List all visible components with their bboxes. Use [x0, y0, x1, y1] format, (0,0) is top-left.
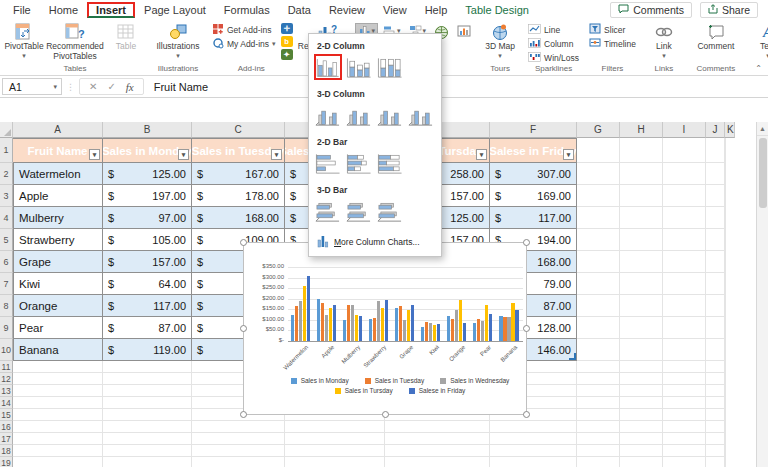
cell-K8[interactable] [725, 295, 726, 317]
cell-A17[interactable] [13, 433, 103, 445]
row-header-7[interactable]: 7 [0, 273, 13, 295]
cell-H14[interactable] [620, 397, 663, 409]
addin-app-icon-2[interactable]: b [281, 36, 293, 47]
cell-A12[interactable] [13, 373, 103, 385]
cell-K18[interactable] [725, 445, 726, 457]
formula-input[interactable]: Fruit Name [144, 81, 768, 93]
cell-H10[interactable] [620, 339, 663, 361]
chart-bar[interactable] [421, 327, 424, 341]
chart-bar[interactable] [425, 322, 428, 341]
cell-A13[interactable] [13, 385, 103, 397]
cell-H17[interactable] [620, 433, 663, 445]
chart-bar[interactable] [455, 310, 458, 341]
name-box[interactable]: A1 ▾ [2, 78, 62, 95]
cell-B19[interactable] [103, 457, 192, 467]
legend-item[interactable]: Sales in Monday [291, 377, 349, 384]
cell-D18[interactable] [285, 445, 385, 457]
chart-option-100-stacked-column[interactable] [376, 54, 404, 80]
cell-B2[interactable]: $125.00 [103, 163, 192, 185]
cell-I17[interactable] [663, 433, 706, 445]
cell-F2[interactable]: $307.00 [490, 163, 577, 185]
cell-K6[interactable] [725, 251, 726, 273]
cell-I13[interactable] [663, 385, 706, 397]
chart-option-100-stacked-bar[interactable] [376, 150, 404, 176]
legend-item[interactable]: Sales in Wednesday [440, 377, 509, 384]
row-header-8[interactable]: 8 [0, 295, 13, 317]
cell-G8[interactable] [577, 295, 620, 317]
cell-J8[interactable] [706, 295, 725, 317]
scrollbar-thumb[interactable] [759, 138, 767, 208]
chart-bar[interactable] [395, 308, 398, 341]
cell-K4[interactable] [725, 207, 726, 229]
cell-B13[interactable] [103, 385, 192, 397]
cell-A9[interactable]: Pear [13, 317, 103, 339]
cell-G9[interactable] [577, 317, 620, 339]
cell-J12[interactable] [706, 373, 725, 385]
chart-bar[interactable] [403, 320, 406, 341]
chart-option-3d-100-stacked-bar[interactable] [376, 198, 404, 224]
chart-bar[interactable] [343, 320, 346, 341]
share-button[interactable]: Share [700, 2, 758, 18]
cell-K14[interactable] [725, 397, 726, 409]
pivotchart-button[interactable] [454, 23, 474, 40]
cell-H12[interactable] [620, 373, 663, 385]
cell-I18[interactable] [663, 445, 706, 457]
cell-H3[interactable] [620, 185, 663, 207]
cell-B1[interactable]: Sales in Monday▾ [103, 138, 192, 163]
chart-bar[interactable] [515, 310, 518, 341]
column-header-A[interactable]: A [13, 122, 103, 138]
cell-H9[interactable] [620, 317, 663, 339]
illustrations-button[interactable]: Illustrations ▾ [152, 20, 204, 59]
sparkline-column-button[interactable]: Column [526, 37, 581, 50]
cell-G18[interactable] [577, 445, 620, 457]
cell-K7[interactable] [725, 273, 726, 295]
column-header-H[interactable]: H [620, 122, 663, 138]
chart-bar[interactable] [503, 317, 506, 341]
filter-button-A1[interactable]: ▾ [89, 149, 100, 160]
cell-E16[interactable] [385, 421, 490, 433]
cell-J7[interactable] [706, 273, 725, 295]
cell-B7[interactable]: $64.00 [103, 273, 192, 295]
column-header-I[interactable]: I [663, 122, 706, 138]
row-header-2[interactable]: 2 [0, 163, 13, 185]
cell-I1[interactable] [663, 138, 706, 163]
chart-bar[interactable] [359, 316, 362, 341]
row-header-6[interactable]: 6 [0, 251, 13, 273]
cell-J10[interactable] [706, 339, 725, 361]
cell-J16[interactable] [706, 421, 725, 433]
slicer-button[interactable]: Slicer [587, 23, 638, 36]
cell-H2[interactable] [620, 163, 663, 185]
chart-resize-handle[interactable] [523, 239, 530, 246]
chart-option-clustered-column[interactable] [314, 54, 342, 80]
row-header-13[interactable]: 13 [0, 385, 13, 397]
cell-G5[interactable] [577, 229, 620, 251]
tab-table-design[interactable]: Table Design [456, 2, 538, 18]
column-header-G[interactable]: G [577, 122, 620, 138]
row-header-12[interactable]: 12 [0, 373, 13, 385]
filter-button-B1[interactable]: ▾ [178, 149, 189, 160]
cell-K9[interactable] [725, 317, 726, 339]
cell-A5[interactable]: Strawberry [13, 229, 103, 251]
cell-B10[interactable]: $119.00 [103, 339, 192, 361]
sparkline-line-button[interactable]: Line [526, 23, 581, 36]
chart-bar[interactable] [451, 319, 454, 341]
cell-J17[interactable] [706, 433, 725, 445]
cell-G1[interactable] [577, 138, 620, 163]
cell-D16[interactable] [285, 421, 385, 433]
cell-K10[interactable] [725, 339, 726, 361]
chart-bar[interactable] [429, 323, 432, 341]
cell-E18[interactable] [385, 445, 490, 457]
cell-K2[interactable] [725, 163, 726, 185]
legend-item[interactable]: Sales in Tuesday [365, 377, 425, 384]
chart-bar[interactable] [295, 306, 298, 341]
cell-F19[interactable] [490, 457, 577, 467]
row-header-19[interactable]: 19 [0, 457, 13, 467]
cell-J9[interactable] [706, 317, 725, 339]
cell-H18[interactable] [620, 445, 663, 457]
cell-C18[interactable] [192, 445, 285, 457]
cell-K11[interactable] [725, 361, 726, 373]
cell-A4[interactable]: Mulberry [13, 207, 103, 229]
cell-B15[interactable] [103, 409, 192, 421]
cell-A11[interactable] [13, 361, 103, 373]
cell-I6[interactable] [663, 251, 706, 273]
